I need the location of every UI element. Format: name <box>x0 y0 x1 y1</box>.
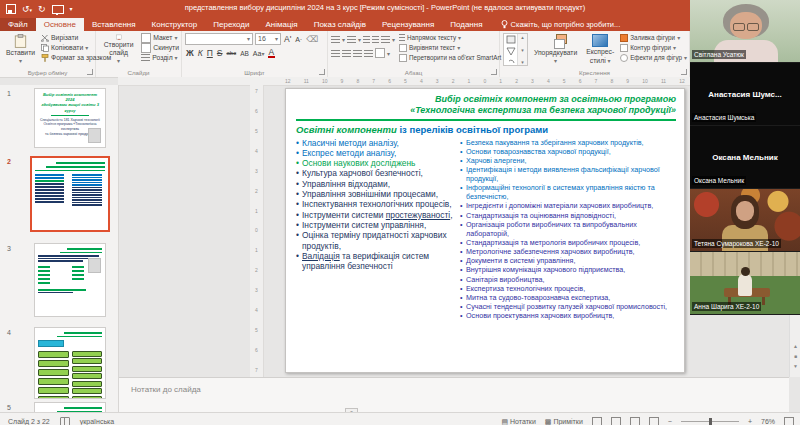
bullet-item[interactable]: •Основи товарознавства харчової продукці… <box>460 147 676 156</box>
bullets-icon[interactable] <box>331 36 340 43</box>
bullet-item[interactable]: •Сучасні тенденції розвитку галузей харч… <box>460 302 676 311</box>
section-button[interactable]: Розділ▾ <box>141 53 179 62</box>
paste-button[interactable]: Вставити▾ <box>3 33 38 66</box>
vertical-ruler[interactable]: 765432101234567 <box>250 85 264 377</box>
tab-Анімація[interactable]: Анімація <box>257 18 305 31</box>
notes-toggle-button[interactable]: ▤ Нотатки <box>501 418 535 425</box>
columns-icon[interactable] <box>375 48 385 58</box>
zoom-in-button[interactable]: + <box>748 418 752 425</box>
underline-button[interactable]: П <box>206 48 214 58</box>
bullet-item[interactable]: •Інгредієнти і допоміжні матеріали харчо… <box>460 201 676 210</box>
align-text-button[interactable]: Вирівняти текст▾ <box>399 43 506 52</box>
zoom-slider[interactable] <box>681 421 739 422</box>
tab-Подання[interactable]: Подання <box>442 18 490 31</box>
bullet-item[interactable]: •Санітарія виробництва, <box>460 275 676 284</box>
start-slideshow-icon[interactable] <box>52 5 64 14</box>
bullet-item[interactable]: •Оцінка терміну придатності харчових про… <box>296 230 454 251</box>
bullet-item[interactable]: •Класичні методи аналізу, <box>296 138 454 148</box>
drawing-dialog-launcher[interactable] <box>681 69 687 75</box>
slide-thumbnail-3[interactable] <box>34 243 106 317</box>
bullet-item[interactable]: •Інформаційні технології в системах упра… <box>460 183 676 201</box>
bullet-item[interactable]: •Організація роботи виробничих та випроб… <box>460 220 676 238</box>
clear-formatting-button[interactable]: ⌫ <box>305 34 319 44</box>
previous-slide-button[interactable]: ▲ <box>791 343 800 350</box>
tell-me-box[interactable]: Скажіть, що потрібно зробити... <box>501 18 621 31</box>
bullet-item[interactable]: •Культура харчової безпечності, <box>296 168 454 178</box>
bullet-item[interactable]: •Інструменти систем управління, <box>296 220 454 230</box>
bullet-item[interactable]: •Метрологічне забезпечення харчових виро… <box>460 247 676 256</box>
shapes-scroll-down-icon[interactable]: ▾ <box>521 47 524 53</box>
bullet-item[interactable]: •Управління відходами, <box>296 179 454 189</box>
normal-view-icon[interactable] <box>592 417 602 425</box>
layout-button[interactable]: Макет▾ <box>141 33 179 42</box>
bullet-item[interactable]: •Інспектування технологічних процесів, <box>296 199 454 209</box>
font-color-button[interactable]: А <box>268 48 276 58</box>
participant-tile[interactable]: Анна Шарига ХЕ-2-10 <box>690 252 800 315</box>
slide-thumbnail-2[interactable] <box>30 156 110 232</box>
bullet-item[interactable]: •Митна та судово-товарознавча експертиза… <box>460 293 676 302</box>
spellcheck-icon[interactable] <box>60 417 70 425</box>
tab-Показ слайдів[interactable]: Показ слайдів <box>306 18 374 31</box>
reset-button[interactable]: Скинути <box>141 43 179 52</box>
participant-tile[interactable]: Анастасия Шумс...Анастасия Шумська <box>690 63 800 126</box>
shapes-scroll-up-icon[interactable]: ▴ <box>521 34 524 40</box>
notes-pane[interactable]: Нотатки до слайда <box>119 377 789 412</box>
bullet-item[interactable]: •Інструменти системи простежуваності, <box>296 210 454 220</box>
reading-view-icon[interactable] <box>630 417 640 425</box>
participant-tile[interactable]: Світлана Усатюк <box>690 0 800 63</box>
slide-title[interactable]: Вибір освітніх компонент за освітньою пр… <box>296 94 676 117</box>
qat-customize-icon[interactable]: ▾ <box>70 2 73 16</box>
quick-styles-button[interactable]: Експрес- стилі ▾ <box>583 33 617 66</box>
text-direction-button[interactable]: Напрямок тексту▾ <box>399 33 506 42</box>
shapes-gallery-scroll[interactable]: ▴ ▾ ▾ <box>517 34 527 65</box>
shape-outline-button[interactable]: Контур фігури▾ <box>620 43 687 52</box>
arrange-button[interactable]: Упорядкувати▾ <box>531 33 580 66</box>
slide-right-column[interactable]: •Безпека пакування та зберігання харчови… <box>454 138 676 321</box>
align-right-icon[interactable] <box>353 50 362 57</box>
shape-effects-button[interactable]: Ефекти для фігур▾ <box>620 53 687 62</box>
tab-Рецензування[interactable]: Рецензування <box>374 18 442 31</box>
participant-tile[interactable]: Оксана МельникОксана Мельник <box>690 126 800 189</box>
change-case-button[interactable]: Аа▾ <box>252 50 266 57</box>
bullet-item[interactable]: •Стандартизація та метрологія виробничих… <box>460 238 676 247</box>
bullet-item[interactable]: •Основи проектування харчових виробництв… <box>460 311 676 320</box>
bullet-item[interactable]: •Ідентифікація і методи виявлення фальси… <box>460 165 676 183</box>
numbering-icon[interactable] <box>347 36 356 43</box>
participant-tile[interactable]: Тетяна Сумарокова ХЕ-2-10 <box>690 189 800 252</box>
bullet-item[interactable]: •Внутрішня комунікація харчового підприє… <box>460 265 676 274</box>
bold-button[interactable]: Ж <box>185 48 195 58</box>
paragraph-dialog-launcher[interactable] <box>491 69 497 75</box>
tab-Основне[interactable]: Основне <box>36 18 84 31</box>
bullet-item[interactable]: •Безпека пакування та зберігання харчови… <box>460 138 676 147</box>
bullet-item[interactable]: •Експрес методи аналізу, <box>296 148 454 158</box>
horizontal-ruler[interactable]: 1211109876543210123456789101112 <box>118 77 788 86</box>
slide-thumbnail-5[interactable] <box>34 402 106 412</box>
italic-button[interactable]: К <box>197 48 204 58</box>
bullet-item[interactable]: •Харчові алергени, <box>460 156 676 165</box>
increase-indent-icon[interactable] <box>372 36 379 43</box>
shrink-font-button[interactable]: А· <box>294 36 303 43</box>
tab-Переходи[interactable]: Переходи <box>205 18 257 31</box>
decrease-indent-icon[interactable] <box>363 36 370 43</box>
slide-subtitle[interactable]: Освітні компоненти із переліків освітньо… <box>296 124 676 135</box>
bullet-item[interactable]: •Документи в системі управління, <box>460 256 676 265</box>
slide-canvas[interactable]: Вибір освітніх компонент за освітньою пр… <box>285 88 685 373</box>
slide-sorter-view-icon[interactable] <box>611 417 621 425</box>
slide-thumbnail-1[interactable]: Вибір освітніх компонент 2024здобувачами… <box>34 88 106 148</box>
shape-fill-button[interactable]: Заливка фігури▾ <box>620 33 687 42</box>
shapes-more-icon[interactable]: ▾ <box>521 59 524 65</box>
fit-slide-icon[interactable] <box>784 417 794 425</box>
shapes-gallery[interactable]: ▴ ▾ ▾ <box>503 33 528 66</box>
line-spacing-icon[interactable] <box>381 36 390 43</box>
zoom-out-button[interactable]: − <box>668 418 672 425</box>
font-dialog-launcher[interactable] <box>319 69 325 75</box>
convert-smartart-button[interactable]: Перетворити на об'єкт SmartArt▾ <box>399 53 506 62</box>
justify-icon[interactable] <box>364 50 373 57</box>
save-icon[interactable] <box>6 4 16 14</box>
tab-Конструктор[interactable]: Конструктор <box>144 18 206 31</box>
scrollbar-thumb[interactable]: ■ <box>791 353 800 360</box>
bullet-item[interactable]: •Управління зовнішніми процесами, <box>296 189 454 199</box>
bullet-item[interactable]: •Стандартизація та оцінювання відповідно… <box>460 211 676 220</box>
tab-Вставлення[interactable]: Вставлення <box>84 18 144 31</box>
new-slide-button[interactable]: Створити слайд▾ <box>99 33 138 66</box>
